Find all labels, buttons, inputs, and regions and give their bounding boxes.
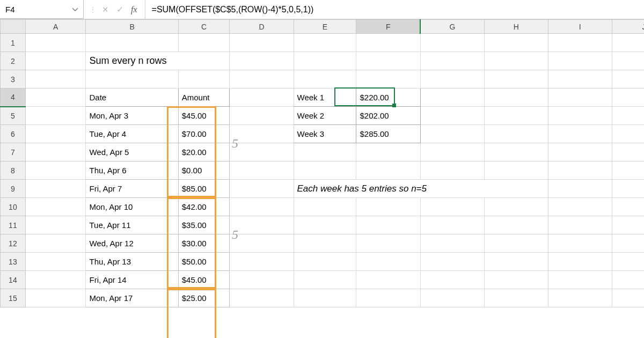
cell-G3[interactable] [420,70,484,89]
cell-D10[interactable] [230,198,294,216]
row-header-9[interactable]: 9 [1,180,26,198]
cell-D15[interactable] [230,289,294,307]
cell-H2[interactable] [484,52,548,70]
cell-E2[interactable] [294,52,356,70]
cell-I12[interactable] [548,234,612,253]
cell-G2[interactable] [420,52,484,70]
cell-F1[interactable] [356,34,420,52]
cell-E15[interactable] [294,289,356,307]
cell-A7[interactable] [25,143,86,161]
cell-E14[interactable] [294,271,356,289]
cell-D5[interactable] [230,107,294,125]
cell-I1[interactable] [548,34,612,52]
cell-D11[interactable] [230,216,294,234]
amt-r8[interactable]: $0.00 [178,161,230,180]
cell-A1[interactable] [25,34,86,52]
cell-A2[interactable] [25,52,86,70]
col-header-J[interactable]: J [612,20,644,34]
cell-G4[interactable] [420,89,484,107]
row-header-1[interactable]: 1 [1,34,26,52]
cell-I11[interactable] [548,216,612,234]
cell-E10[interactable] [294,198,356,216]
col-header-A[interactable]: A [25,20,86,34]
date-r8[interactable]: Thu, Apr 6 [86,161,178,180]
row-header-2[interactable]: 2 [1,52,26,70]
week1-label[interactable]: Week 1 [294,89,356,107]
cell-G13[interactable] [420,253,484,271]
cell-D14[interactable] [230,271,294,289]
name-box[interactable]: F4 [0,0,84,19]
cell-G5[interactable] [420,107,484,125]
row-header-4[interactable]: 4 [1,89,26,107]
cell-E13[interactable] [294,253,356,271]
cell-J2[interactable] [612,52,644,70]
cell-A11[interactable] [25,216,86,234]
cell-F2[interactable] [356,52,420,70]
cell-E12[interactable] [294,234,356,253]
header-amount[interactable]: Amount [178,89,230,107]
cell-J9[interactable] [612,180,644,198]
cell-I8[interactable] [548,161,612,180]
date-r6[interactable]: Tue, Apr 4 [86,125,178,143]
cell-F11[interactable] [356,216,420,234]
cell-I6[interactable] [548,125,612,143]
cell-G12[interactable] [420,234,484,253]
week2-value[interactable]: $202.00 [356,107,420,125]
cell-F7[interactable] [356,143,420,161]
cell-J8[interactable] [612,161,644,180]
cell-G10[interactable] [420,198,484,216]
cell-I7[interactable] [548,143,612,161]
amt-r11[interactable]: $35.00 [178,216,230,234]
cell-G1[interactable] [420,34,484,52]
cell-J7[interactable] [612,143,644,161]
enter-icon[interactable]: ✓ [116,4,123,14]
col-header-B[interactable]: B [86,20,178,34]
cell-H12[interactable] [484,234,548,253]
cell-E3[interactable] [294,70,356,89]
cell-E7[interactable] [294,143,356,161]
row-header-10[interactable]: 10 [1,198,26,216]
note-cell[interactable]: Each week has 5 entries so n=5 [294,180,548,198]
header-date[interactable]: Date [86,89,178,107]
cell-I14[interactable] [548,271,612,289]
formula-input[interactable] [145,0,644,19]
cell-B1[interactable] [86,34,178,52]
cell-H15[interactable] [484,289,548,307]
cell-E1[interactable] [294,34,356,52]
cell-C1[interactable] [178,34,230,52]
cell-I9[interactable] [548,180,612,198]
select-all-corner[interactable] [1,20,26,34]
cell-J10[interactable] [612,198,644,216]
cell-F3[interactable] [356,70,420,89]
cell-A3[interactable] [25,70,86,89]
date-r13[interactable]: Thu, Apr 13 [86,253,178,271]
amt-r7[interactable]: $20.00 [178,143,230,161]
date-r11[interactable]: Tue, Apr 11 [86,216,178,234]
title-cell[interactable]: Sum every n rows [86,52,230,70]
cell-E11[interactable] [294,216,356,234]
date-r10[interactable]: Mon, Apr 10 [86,198,178,216]
row-header-6[interactable]: 6 [1,125,26,143]
row-header-13[interactable]: 13 [1,253,26,271]
cell-I3[interactable] [548,70,612,89]
amt-r6[interactable]: $70.00 [178,125,230,143]
chevron-down-icon[interactable] [72,6,78,12]
col-header-E[interactable]: E [294,20,356,34]
date-r12[interactable]: Wed, Apr 12 [86,234,178,253]
cell-H11[interactable] [484,216,548,234]
cell-A9[interactable] [25,180,86,198]
cell-J13[interactable] [612,253,644,271]
cell-A13[interactable] [25,253,86,271]
spreadsheet-grid[interactable]: A B C D E F G H I J 1 2 Sum every [0,19,644,338]
cell-J12[interactable] [612,234,644,253]
cell-H1[interactable] [484,34,548,52]
cell-A4[interactable] [25,89,86,107]
cell-H7[interactable] [484,143,548,161]
cell-G7[interactable] [420,143,484,161]
cell-B3[interactable] [86,70,178,89]
cancel-icon[interactable]: ✕ [102,5,109,14]
row-header-3[interactable]: 3 [1,70,26,89]
cell-D2[interactable] [230,52,294,70]
cell-I2[interactable] [548,52,612,70]
cell-A14[interactable] [25,271,86,289]
